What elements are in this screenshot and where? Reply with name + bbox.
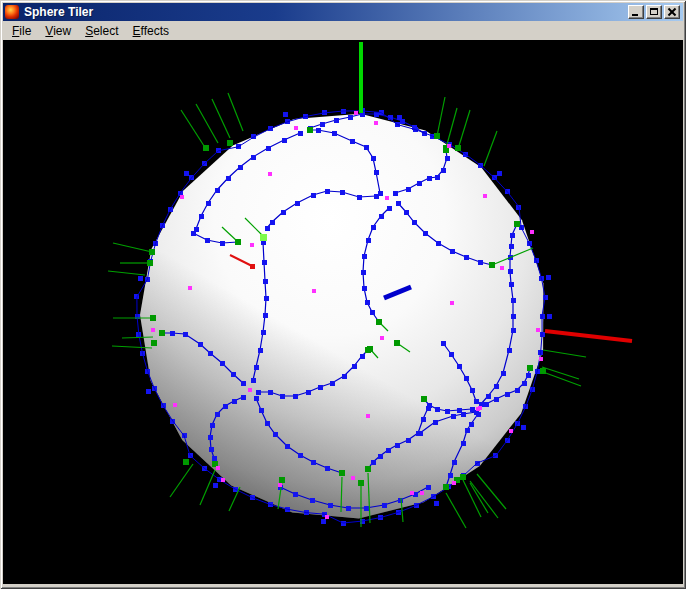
app-icon <box>5 5 19 19</box>
sphere <box>140 114 543 519</box>
menu-item-view[interactable]: View <box>38 22 78 40</box>
window-title: Sphere Tiler <box>24 5 93 19</box>
viewport-3d[interactable] <box>3 40 683 584</box>
maximize-icon <box>650 8 658 15</box>
axis-x-line <box>545 331 632 341</box>
menu-item-select[interactable]: Select <box>78 22 125 40</box>
window-controls <box>628 5 683 19</box>
menu-item-file[interactable]: File <box>5 22 38 40</box>
menu-item-effects[interactable]: Effects <box>126 22 176 40</box>
maximize-button[interactable] <box>646 5 662 19</box>
menu-bar: FileViewSelectEffects <box>3 21 683 40</box>
close-button[interactable] <box>664 5 680 19</box>
sphere-scene <box>3 40 683 584</box>
minimize-icon <box>632 14 638 16</box>
title-bar[interactable]: Sphere Tiler <box>3 3 683 21</box>
minimize-button[interactable] <box>628 5 644 19</box>
app-window: Sphere Tiler FileViewSelectEffects <box>0 0 686 589</box>
close-icon <box>667 7 677 17</box>
